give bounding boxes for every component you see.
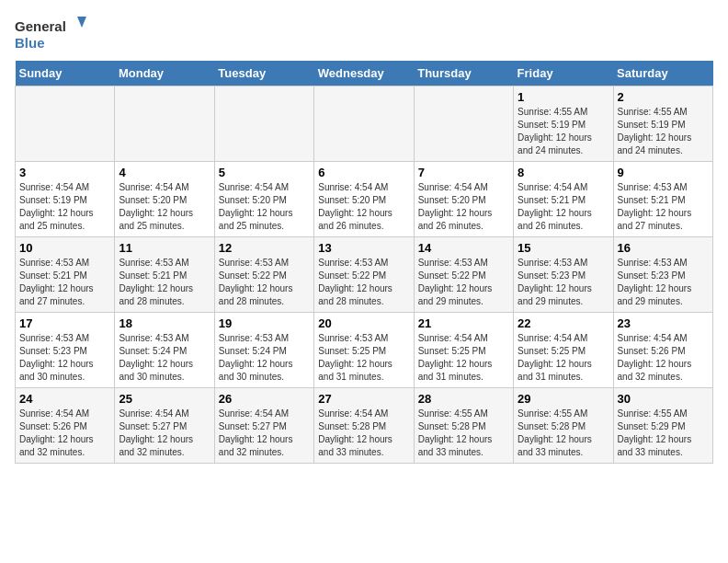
day-info: Sunrise: 4:53 AM Sunset: 5:23 PM Dayligh… [518, 257, 609, 308]
day-info: Sunrise: 4:54 AM Sunset: 5:25 PM Dayligh… [518, 332, 609, 384]
col-header-tuesday: Tuesday [214, 61, 313, 86]
col-header-sunday: Sunday [16, 61, 115, 86]
day-info: Sunrise: 4:54 AM Sunset: 5:27 PM Dayligh… [219, 408, 310, 459]
week-row-1: 1Sunrise: 4:55 AM Sunset: 5:19 PM Daylig… [16, 86, 713, 162]
calendar-cell: 11Sunrise: 4:53 AM Sunset: 5:21 PM Dayli… [115, 237, 214, 313]
calendar-cell: 21Sunrise: 4:54 AM Sunset: 5:25 PM Dayli… [414, 313, 513, 388]
calendar-cell: 8Sunrise: 4:54 AM Sunset: 5:21 PM Daylig… [514, 162, 613, 237]
header-row: SundayMondayTuesdayWednesdayThursdayFrid… [16, 61, 713, 86]
day-info: Sunrise: 4:53 AM Sunset: 5:24 PM Dayligh… [219, 332, 310, 384]
day-number: 14 [418, 241, 509, 255]
calendar-cell [115, 86, 214, 162]
day-number: 2 [618, 90, 709, 104]
svg-text:General: General [15, 18, 66, 34]
col-header-monday: Monday [115, 61, 214, 86]
day-number: 15 [518, 241, 609, 255]
day-info: Sunrise: 4:55 AM Sunset: 5:19 PM Dayligh… [618, 106, 709, 157]
calendar-cell [16, 86, 115, 162]
day-number: 11 [119, 241, 210, 255]
day-number: 12 [219, 241, 310, 255]
calendar-cell [414, 86, 513, 162]
calendar-cell: 9Sunrise: 4:53 AM Sunset: 5:21 PM Daylig… [613, 162, 712, 237]
calendar-cell: 2Sunrise: 4:55 AM Sunset: 5:19 PM Daylig… [613, 86, 712, 162]
calendar-table: SundayMondayTuesdayWednesdayThursdayFrid… [15, 61, 713, 464]
day-number: 20 [318, 316, 409, 330]
day-info: Sunrise: 4:54 AM Sunset: 5:25 PM Dayligh… [418, 332, 509, 384]
day-info: Sunrise: 4:53 AM Sunset: 5:24 PM Dayligh… [119, 332, 210, 384]
day-number: 19 [219, 316, 310, 330]
day-info: Sunrise: 4:54 AM Sunset: 5:26 PM Dayligh… [19, 408, 110, 459]
day-number: 3 [19, 166, 110, 179]
day-number: 26 [219, 392, 310, 406]
calendar-cell: 28Sunrise: 4:55 AM Sunset: 5:28 PM Dayli… [414, 388, 513, 464]
day-number: 13 [318, 241, 409, 255]
calendar-cell: 5Sunrise: 4:54 AM Sunset: 5:20 PM Daylig… [214, 162, 313, 237]
day-number: 6 [318, 166, 409, 179]
calendar-cell: 14Sunrise: 4:53 AM Sunset: 5:22 PM Dayli… [414, 237, 513, 313]
col-header-friday: Friday [514, 61, 613, 86]
col-header-wednesday: Wednesday [314, 61, 414, 86]
calendar-cell: 22Sunrise: 4:54 AM Sunset: 5:25 PM Dayli… [514, 313, 613, 388]
calendar-cell: 27Sunrise: 4:54 AM Sunset: 5:28 PM Dayli… [314, 388, 414, 464]
calendar-cell: 4Sunrise: 4:54 AM Sunset: 5:20 PM Daylig… [115, 162, 214, 237]
day-info: Sunrise: 4:54 AM Sunset: 5:20 PM Dayligh… [119, 181, 210, 233]
day-info: Sunrise: 4:54 AM Sunset: 5:27 PM Dayligh… [119, 408, 210, 459]
day-number: 29 [518, 392, 609, 406]
calendar-cell: 24Sunrise: 4:54 AM Sunset: 5:26 PM Dayli… [16, 388, 115, 464]
day-number: 18 [119, 316, 210, 330]
day-info: Sunrise: 4:53 AM Sunset: 5:23 PM Dayligh… [618, 257, 709, 308]
day-info: Sunrise: 4:54 AM Sunset: 5:28 PM Dayligh… [318, 408, 409, 459]
calendar-cell: 26Sunrise: 4:54 AM Sunset: 5:27 PM Dayli… [214, 388, 313, 464]
day-info: Sunrise: 4:54 AM Sunset: 5:21 PM Dayligh… [518, 181, 609, 233]
day-number: 16 [618, 241, 709, 255]
week-row-5: 24Sunrise: 4:54 AM Sunset: 5:26 PM Dayli… [16, 388, 713, 464]
day-info: Sunrise: 4:53 AM Sunset: 5:23 PM Dayligh… [19, 332, 110, 384]
day-number: 22 [518, 316, 609, 330]
day-info: Sunrise: 4:55 AM Sunset: 5:29 PM Dayligh… [618, 408, 709, 459]
week-row-4: 17Sunrise: 4:53 AM Sunset: 5:23 PM Dayli… [16, 313, 713, 388]
calendar-cell: 12Sunrise: 4:53 AM Sunset: 5:22 PM Dayli… [214, 237, 313, 313]
col-header-saturday: Saturday [613, 61, 712, 86]
calendar-cell: 6Sunrise: 4:54 AM Sunset: 5:20 PM Daylig… [314, 162, 414, 237]
calendar-cell [314, 86, 414, 162]
calendar-cell: 17Sunrise: 4:53 AM Sunset: 5:23 PM Dayli… [16, 313, 115, 388]
day-info: Sunrise: 4:53 AM Sunset: 5:21 PM Dayligh… [119, 257, 210, 308]
day-info: Sunrise: 4:53 AM Sunset: 5:21 PM Dayligh… [618, 181, 709, 233]
day-info: Sunrise: 4:54 AM Sunset: 5:26 PM Dayligh… [618, 332, 709, 384]
col-header-thursday: Thursday [414, 61, 513, 86]
day-number: 7 [418, 166, 509, 179]
day-info: Sunrise: 4:55 AM Sunset: 5:28 PM Dayligh… [418, 408, 509, 459]
calendar-cell: 25Sunrise: 4:54 AM Sunset: 5:27 PM Dayli… [115, 388, 214, 464]
calendar-cell: 15Sunrise: 4:53 AM Sunset: 5:23 PM Dayli… [514, 237, 613, 313]
calendar-cell: 13Sunrise: 4:53 AM Sunset: 5:22 PM Dayli… [314, 237, 414, 313]
day-info: Sunrise: 4:54 AM Sunset: 5:20 PM Dayligh… [418, 181, 509, 233]
calendar-cell: 30Sunrise: 4:55 AM Sunset: 5:29 PM Dayli… [613, 388, 712, 464]
day-number: 9 [618, 166, 709, 179]
day-number: 30 [618, 392, 709, 406]
calendar-cell: 10Sunrise: 4:53 AM Sunset: 5:21 PM Dayli… [16, 237, 115, 313]
day-number: 23 [618, 316, 709, 330]
day-number: 1 [518, 90, 609, 104]
calendar-cell: 16Sunrise: 4:53 AM Sunset: 5:23 PM Dayli… [613, 237, 712, 313]
calendar-cell: 20Sunrise: 4:53 AM Sunset: 5:25 PM Dayli… [314, 313, 414, 388]
week-row-3: 10Sunrise: 4:53 AM Sunset: 5:21 PM Dayli… [16, 237, 713, 313]
calendar-cell: 23Sunrise: 4:54 AM Sunset: 5:26 PM Dayli… [613, 313, 712, 388]
day-info: Sunrise: 4:54 AM Sunset: 5:20 PM Dayligh… [219, 181, 310, 233]
day-number: 10 [19, 241, 110, 255]
day-info: Sunrise: 4:55 AM Sunset: 5:19 PM Dayligh… [518, 106, 609, 157]
svg-text:Blue: Blue [15, 35, 45, 51]
day-info: Sunrise: 4:53 AM Sunset: 5:22 PM Dayligh… [219, 257, 310, 308]
svg-marker-2 [77, 17, 86, 28]
logo: General Blue [15, 15, 88, 52]
day-info: Sunrise: 4:53 AM Sunset: 5:25 PM Dayligh… [318, 332, 409, 384]
day-info: Sunrise: 4:53 AM Sunset: 5:22 PM Dayligh… [318, 257, 409, 308]
day-number: 27 [318, 392, 409, 406]
calendar-cell: 3Sunrise: 4:54 AM Sunset: 5:19 PM Daylig… [16, 162, 115, 237]
page-header: General Blue [15, 15, 713, 52]
day-number: 5 [219, 166, 310, 179]
calendar-cell: 19Sunrise: 4:53 AM Sunset: 5:24 PM Dayli… [214, 313, 313, 388]
day-number: 8 [518, 166, 609, 179]
day-number: 4 [119, 166, 210, 179]
day-number: 25 [119, 392, 210, 406]
calendar-cell: 1Sunrise: 4:55 AM Sunset: 5:19 PM Daylig… [514, 86, 613, 162]
